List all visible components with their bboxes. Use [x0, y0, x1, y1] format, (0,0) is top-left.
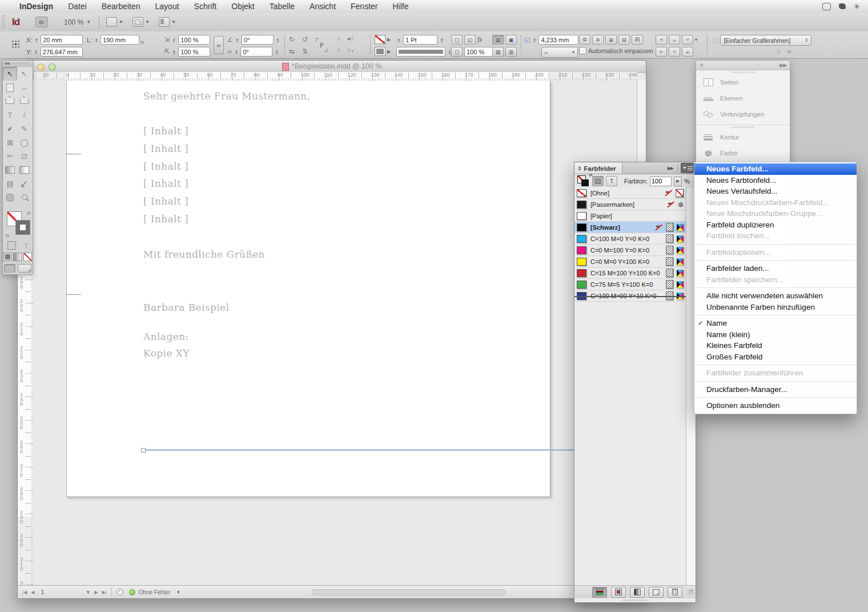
horizontal-ruler[interactable]: 1001020304050607080901001101201301401501…: [33, 72, 637, 81]
width-stepper[interactable]: ▲▼: [94, 35, 99, 44]
menu-item-hilfe[interactable]: Hilfe: [393, 2, 409, 11]
swatch-row[interactable]: [Passermarken]⊕: [574, 199, 686, 210]
collapse-to-icons-icon[interactable]: ▶▶: [668, 166, 673, 171]
distribute-center-button[interactable]: ⫧: [669, 47, 680, 57]
fit-frame-to-content-button[interactable]: ⊟: [618, 35, 630, 45]
swatch-row[interactable]: C=100 M=0 Y=0 K=0: [574, 233, 686, 245]
transparency-button[interactable]: ◱: [464, 35, 476, 45]
reference-point-proxy[interactable]: [11, 40, 20, 49]
select-content-button[interactable]: ⑃: [337, 35, 341, 42]
swap-fill-stroke-icon[interactable]: ⇄: [26, 210, 31, 216]
stroke-black-swatch[interactable]: [581, 179, 589, 186]
menu-item-bearbeiten[interactable]: Bearbeiten: [102, 2, 140, 11]
menu-item-layout[interactable]: Layout: [155, 2, 179, 11]
menu-item-farbfeld-duplizieren[interactable]: Farbfeld duplizieren: [694, 219, 857, 231]
fill-stroke-proxy[interactable]: ⇄ ⧉: [7, 211, 30, 234]
align-options-dropdown[interactable]: ▾: [695, 37, 697, 42]
view-options-button[interactable]: ▼: [106, 17, 123, 27]
formatting-affects-container-button[interactable]: [592, 176, 604, 186]
distribute-left-button[interactable]: ⫦: [656, 47, 667, 57]
swatch-row[interactable]: [Papier]: [574, 210, 686, 222]
free-transform-tool[interactable]: ⊡: [17, 149, 31, 163]
fit-content-proportionally-button[interactable]: ⧉: [579, 35, 590, 45]
eyedropper-tool[interactable]: [17, 177, 31, 190]
fit-content-to-frame-button[interactable]: ⊞: [605, 35, 617, 45]
y-stepper[interactable]: ▲▼: [34, 47, 39, 56]
first-page-button[interactable]: |◀: [22, 590, 27, 595]
swatch-row[interactable]: C=0 M=100 Y=0 K=0: [574, 245, 686, 256]
content-collector-tool[interactable]: [3, 94, 17, 108]
menu-item-alle-nicht-verwendeten-auswählen[interactable]: Alle nicht verwendeten auswählen: [694, 290, 857, 302]
ellipse-tool[interactable]: ◯: [17, 135, 31, 149]
type-tool[interactable]: T: [3, 108, 17, 122]
pencil-tool[interactable]: ✎: [17, 122, 31, 135]
x-stepper[interactable]: ▲▼: [34, 35, 39, 44]
clear-overrides-button[interactable]: ⎌: [777, 48, 781, 55]
minimize-button[interactable]: [37, 63, 45, 71]
resize-grip[interactable]: [688, 589, 693, 595]
app-menu[interactable]: InDesign: [19, 2, 53, 11]
wrap-none-button[interactable]: ▤: [492, 35, 504, 45]
x-input[interactable]: [41, 35, 83, 45]
gradient-tool[interactable]: [3, 163, 17, 177]
page-tool[interactable]: [3, 81, 17, 94]
pasteboard[interactable]: Sehr geehrte Frau Mustermann,[ Inhalt ][…: [33, 81, 637, 586]
content-placer-tool[interactable]: [17, 94, 31, 108]
dock-item-seiten[interactable]: Seiten: [696, 74, 790, 90]
y-input[interactable]: [41, 47, 83, 57]
align-center-button[interactable]: ⫠: [669, 35, 680, 45]
stroke-color-swatch[interactable]: [375, 35, 385, 44]
stroke-weight-input[interactable]: [403, 35, 437, 45]
fill-stroke-proxy-small[interactable]: ⇄: [577, 175, 592, 187]
wrap-bounding-box-button[interactable]: ▣: [505, 35, 517, 45]
zoom-tool[interactable]: [17, 190, 31, 204]
dock-item-ebenen[interactable]: Ebenen: [696, 90, 790, 106]
swatch-row[interactable]: C=15 M=100 Y=100 K=0: [574, 267, 686, 279]
page-dropdown[interactable]: ▼: [86, 590, 90, 595]
normal-view-mode-button[interactable]: [4, 264, 15, 273]
scale-x-stepper[interactable]: ▲▼: [171, 35, 176, 44]
stroke-style-dropdown[interactable]: [396, 47, 445, 57]
corner-radius-stepper[interactable]: ▲▼: [532, 35, 537, 44]
collapse-panel-icon[interactable]: ◀◀: [4, 61, 9, 66]
horizontal-scrollbar-thumb[interactable]: [312, 589, 506, 595]
dock-drag-handle[interactable]: [696, 70, 790, 74]
formatting-affects-container-button[interactable]: [7, 241, 16, 250]
effects-icon[interactable]: fx: [477, 35, 483, 44]
menu-item-farbfelder-laden[interactable]: Farbfelder laden...: [694, 263, 857, 274]
note-tool[interactable]: ▤: [3, 177, 17, 190]
show-all-swatches-button[interactable]: [592, 587, 607, 598]
delete-swatch-button[interactable]: [668, 587, 682, 598]
rotate-cw-button[interactable]: ↻: [289, 35, 295, 43]
new-swatch-button[interactable]: [649, 587, 664, 598]
drop-shadow-button[interactable]: ▢: [451, 35, 463, 45]
preflight-status-label[interactable]: Ohne Fehler: [139, 589, 171, 595]
flower-icon[interactable]: ✳: [854, 3, 860, 10]
tools-panel-header[interactable]: ◀◀: [3, 61, 33, 67]
scale-y-input[interactable]: [178, 47, 210, 57]
selected-line-object[interactable]: [143, 450, 582, 450]
menu-item-neues-verlaufsfeld[interactable]: Neues Verlaufsfeld...: [694, 186, 857, 197]
hand-tool[interactable]: [3, 190, 17, 204]
panel-menu-button[interactable]: [681, 163, 694, 173]
window-title-bar[interactable]: *Beispieldatei.indd @ 100 %: [18, 61, 646, 73]
autofit-checkbox[interactable]: [579, 47, 586, 54]
dock-item-kontur[interactable]: Kontur: [696, 129, 790, 145]
gap-tool[interactable]: ↔: [17, 81, 31, 94]
collapse-dock-icon[interactable]: ▶▶: [779, 62, 786, 68]
formatting-affects-text-button[interactable]: T: [606, 176, 617, 186]
menu-item-fenster[interactable]: Fenster: [351, 2, 377, 11]
select-previous-button[interactable]: ◂⑃: [347, 35, 354, 42]
formatting-affects-text-button[interactable]: T: [25, 242, 29, 249]
bridge-button[interactable]: Br: [35, 17, 48, 27]
wrap-object-button[interactable]: ▧: [492, 47, 504, 57]
distribute-right-button[interactable]: ⫨: [682, 47, 693, 57]
selection-tool[interactable]: ↖: [3, 67, 17, 81]
default-fill-stroke-icon[interactable]: ⧉: [6, 233, 9, 239]
close-icon[interactable]: ✕: [700, 62, 704, 68]
constrain-proportions-icon[interactable]: ⌗: [140, 39, 144, 46]
stroke-color-dropdown[interactable]: ▶: [387, 37, 391, 42]
swap-fill-stroke-icon[interactable]: ⇄: [589, 173, 593, 178]
tint-dropdown[interactable]: ▶: [674, 177, 682, 186]
menu-item-unbenannte-farben-hinzufügen[interactable]: Unbenannte Farben hinzufügen: [694, 302, 857, 313]
